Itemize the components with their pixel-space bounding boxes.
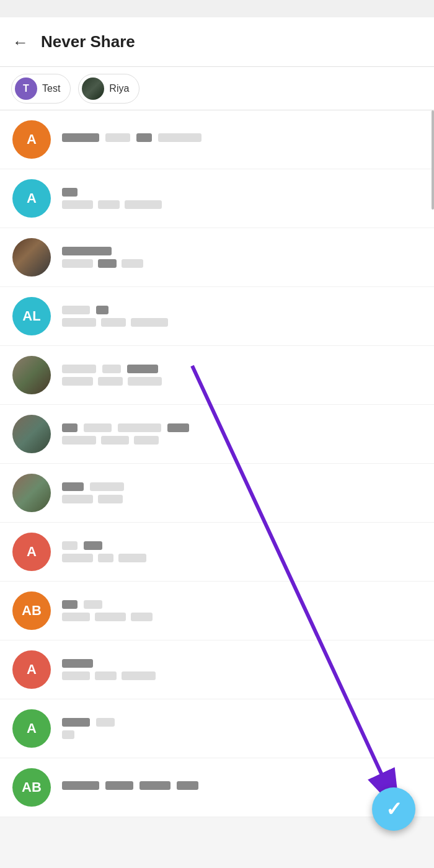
page-title: Never Share	[41, 32, 135, 51]
contact-name-row	[62, 188, 422, 197]
contact-name-row	[62, 659, 422, 668]
sub-blur-block	[101, 318, 126, 327]
contact-item[interactable]: AB	[0, 582, 434, 640]
name-blur-block	[62, 306, 90, 314]
name-blur-block	[96, 718, 115, 727]
sub-blur-block	[62, 554, 93, 562]
name-blur-block	[127, 365, 158, 373]
name-blur-block	[62, 133, 99, 142]
sub-blur-block	[62, 318, 96, 327]
contact-sub-row	[62, 200, 422, 209]
sub-blur-block	[101, 436, 129, 445]
contact-sub-row	[62, 377, 422, 386]
contact-name-row	[62, 718, 422, 727]
contact-info	[62, 306, 422, 327]
contact-list: AAALAABAAAB	[0, 110, 434, 817]
contact-item[interactable]: AL	[0, 287, 434, 346]
contact-info	[62, 482, 422, 503]
contact-item[interactable]	[0, 405, 434, 464]
contact-avatar: AB	[12, 768, 51, 807]
contact-info	[62, 188, 422, 209]
name-blur-block	[136, 133, 152, 142]
sub-blur-block	[98, 200, 120, 209]
sub-blur-block	[134, 436, 159, 445]
contact-info	[62, 718, 422, 739]
contact-avatar	[12, 474, 51, 512]
chip-test[interactable]: T Test	[11, 74, 71, 104]
sub-blur-block	[62, 377, 93, 386]
contact-avatar	[12, 238, 51, 277]
contact-item[interactable]	[0, 464, 434, 523]
sub-blur-block	[125, 200, 162, 209]
sub-blur-block	[62, 730, 74, 739]
contact-avatar: A	[12, 179, 51, 218]
contact-item[interactable]: A	[0, 110, 434, 169]
name-blur-block	[140, 781, 170, 790]
name-blur-block	[84, 600, 102, 609]
contact-item[interactable]: A	[0, 699, 434, 758]
contact-name-row	[62, 306, 422, 314]
sub-blur-block	[62, 200, 93, 209]
sub-blur-block	[62, 613, 90, 621]
contact-item[interactable]: A	[0, 640, 434, 699]
contact-avatar	[12, 356, 51, 394]
sub-blur-block	[131, 318, 168, 327]
sub-blur-block	[122, 671, 156, 680]
sub-blur-block	[122, 259, 143, 268]
contact-info	[62, 600, 422, 621]
contact-item[interactable]: A	[0, 169, 434, 228]
contact-avatar: AB	[12, 591, 51, 630]
chip-avatar-test: T	[15, 78, 37, 100]
contact-info	[62, 423, 422, 445]
sub-blur-block	[62, 495, 93, 503]
contact-name-row	[62, 365, 422, 373]
chip-riya[interactable]: Riya	[78, 74, 140, 104]
back-button[interactable]: ←	[12, 34, 29, 50]
name-blur-block	[158, 133, 202, 142]
checkmark-icon: ✓	[386, 797, 402, 821]
contact-avatar: A	[12, 120, 51, 159]
chip-avatar-riya	[82, 78, 104, 100]
header: ← Never Share	[0, 17, 434, 67]
sub-blur-block	[98, 495, 123, 503]
contact-avatar: A	[12, 650, 51, 689]
contact-name-row	[62, 781, 422, 790]
name-blur-block	[62, 188, 78, 197]
contact-info	[62, 365, 422, 386]
name-blur-block	[62, 600, 78, 609]
sub-blur-block	[118, 554, 146, 562]
name-blur-block	[102, 365, 121, 373]
contact-sub-row	[62, 671, 422, 680]
name-blur-block	[177, 781, 198, 790]
fab-confirm-button[interactable]: ✓	[372, 787, 415, 831]
name-blur-block	[62, 781, 99, 790]
status-bar	[0, 0, 434, 17]
scrollbar[interactable]	[432, 110, 434, 210]
name-blur-block	[105, 133, 130, 142]
contact-info	[62, 133, 422, 146]
sub-blur-block	[98, 377, 123, 386]
contact-name-row	[62, 423, 422, 432]
contact-info	[62, 781, 422, 794]
contact-item[interactable]: A	[0, 523, 434, 582]
contact-sub-row	[62, 613, 422, 621]
chips-bar: T Test Riya	[0, 67, 434, 110]
contact-avatar: AL	[12, 297, 51, 335]
contact-avatar: A	[12, 709, 51, 748]
contact-info	[62, 541, 422, 562]
chip-label-riya: Riya	[109, 83, 129, 94]
sub-blur-block	[98, 554, 113, 562]
contact-item[interactable]: AB	[0, 758, 434, 817]
name-blur-block	[62, 247, 112, 255]
contact-sub-row	[62, 730, 422, 739]
contact-sub-row	[62, 259, 422, 268]
name-blur-block	[62, 541, 78, 550]
contact-item[interactable]	[0, 346, 434, 405]
sub-blur-block	[98, 259, 117, 268]
name-blur-block	[84, 423, 112, 432]
contact-item[interactable]	[0, 228, 434, 287]
sub-blur-block	[62, 436, 96, 445]
contact-name-row	[62, 133, 422, 142]
contact-name-row	[62, 482, 422, 491]
name-blur-block	[84, 541, 102, 550]
